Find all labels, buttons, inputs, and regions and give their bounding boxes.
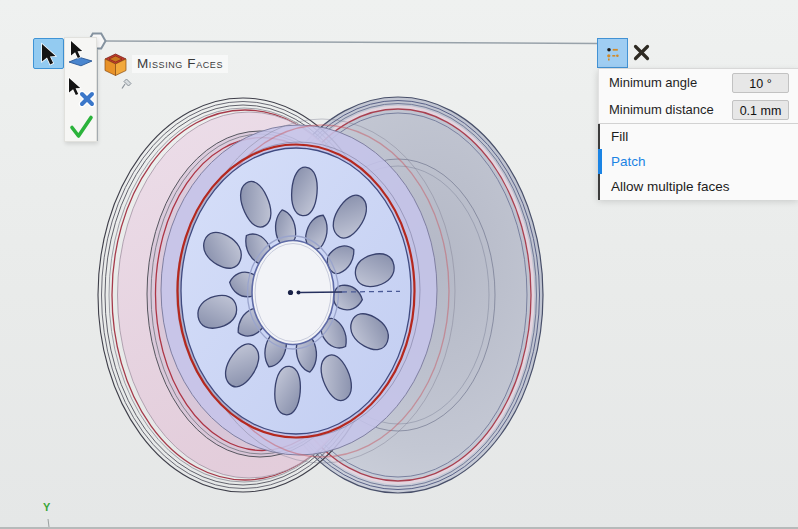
close-x-icon: [633, 44, 650, 61]
mode-options-list: Fill Patch Allow multiple faces: [598, 123, 798, 200]
option-fill[interactable]: Fill: [598, 124, 798, 149]
minimum-angle-label: Minimum angle: [609, 75, 697, 90]
cad-canvas[interactable]: Missing Faces Minimum angle 10 ° Minimum…: [0, 0, 798, 529]
minimum-distance-row: Minimum distance 0.1 mm: [599, 96, 798, 123]
open-box-icon: [102, 52, 129, 77]
dialog-close-button[interactable]: [630, 41, 652, 63]
cursor-remove-icon: [65, 77, 96, 108]
select-face-tool-button[interactable]: [64, 38, 97, 73]
minimum-distance-label: Minimum distance: [609, 102, 714, 117]
y-axis-label: Y: [43, 501, 50, 513]
remove-selection-tool-button[interactable]: [64, 75, 97, 110]
check-icon: [65, 111, 96, 142]
minimum-angle-input[interactable]: 10 °: [732, 73, 789, 93]
minimum-angle-row: Minimum angle 10 °: [599, 69, 798, 96]
dialog-tool-button[interactable]: [597, 38, 628, 68]
select-tool-button[interactable]: [33, 38, 64, 69]
confirm-tool-button[interactable]: [64, 110, 97, 142]
option-allow-multiple-faces[interactable]: Allow multiple faces: [598, 174, 798, 200]
repair-points-icon: [604, 45, 621, 62]
missing-faces-dialog: Minimum angle 10 ° Minimum distance 0.1 …: [598, 68, 798, 198]
option-patch[interactable]: Patch: [598, 149, 798, 174]
minimum-distance-input[interactable]: 0.1 mm: [732, 100, 789, 120]
cursor-face-icon: [65, 40, 96, 71]
cursor-arrow-icon: [37, 42, 61, 66]
y-axis-line: [48, 519, 49, 527]
callout-label: Missing Faces: [132, 55, 228, 73]
pushpin-icon[interactable]: [120, 77, 133, 91]
